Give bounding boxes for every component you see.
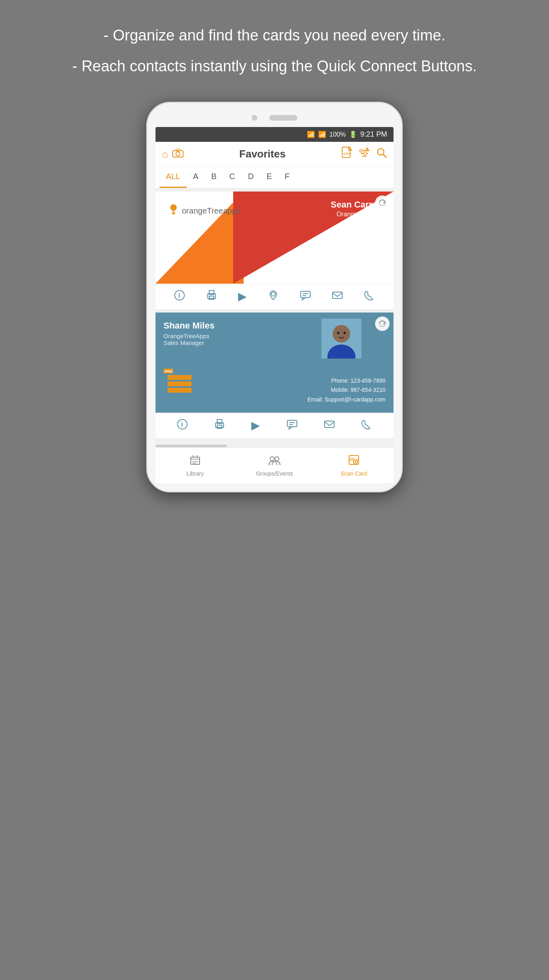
email-icon-1[interactable] (332, 290, 343, 304)
card1-info: Sean Carrera OrangeTreeApps VP of Sales … (307, 200, 386, 256)
svg-point-1 (176, 152, 180, 156)
card2-mobile: Mobile: 987-654-3210 (307, 385, 386, 395)
svg-rect-26 (333, 292, 342, 298)
svg-point-22 (271, 292, 275, 296)
card2-refresh-button[interactable] (375, 317, 390, 331)
wifi-icon: 📶 (307, 131, 315, 138)
svg-point-57 (355, 461, 356, 463)
phone-icon-1[interactable] (364, 290, 375, 304)
phone-icon-2[interactable] (361, 419, 372, 433)
card1-role: VP of Sales (307, 219, 386, 226)
card1-refresh-button[interactable] (375, 196, 390, 210)
svg-text:i: i (181, 421, 183, 428)
info-icon-1[interactable]: i (174, 290, 185, 304)
print-icon-1[interactable] (206, 290, 217, 304)
csv-icon[interactable]: CSV (341, 147, 353, 161)
app-header: ⌂ Favorites CSV (155, 142, 394, 166)
card-item-sean[interactable]: orangeTreeapps Sean Carrera OrangeTreeAp… (155, 192, 394, 309)
front-camera (252, 115, 257, 121)
promo-line1: - Organize and find the cards you need e… (32, 24, 517, 47)
phone-frame: 📶 📶 100% 🔋 9:21 PM ⌂ Favorites (146, 102, 403, 492)
play-icon-2[interactable]: ▶ (251, 419, 260, 433)
svg-rect-35 (168, 381, 192, 386)
tree-icon (168, 204, 180, 218)
alphabet-tabs: ALL A B C D E F (155, 166, 394, 188)
promo-line2: - Reach contacts instantly using the Qui… (32, 55, 517, 78)
card2-photo (321, 319, 361, 359)
svg-point-14 (170, 204, 177, 211)
scan-card-icon (347, 454, 360, 469)
card1-action-bar: i ▶ (155, 284, 394, 309)
location-icon-1[interactable] (268, 290, 279, 304)
email-icon-2[interactable] (324, 419, 335, 433)
logo-text: orangeTreeapps (168, 204, 240, 218)
svg-rect-2 (176, 149, 180, 151)
tab-b[interactable]: B (205, 166, 223, 188)
svg-rect-23 (301, 291, 310, 298)
svg-text:CSV: CSV (343, 152, 350, 155)
card2-name: Shane Miles (163, 321, 214, 331)
tab-e[interactable]: E (260, 166, 278, 188)
nav-groups[interactable]: Groups/Events (235, 452, 314, 479)
svg-point-30 (337, 332, 339, 334)
svg-text:i: i (178, 292, 180, 299)
filter-icon[interactable]: 1 (358, 147, 370, 160)
card2-action-bar: i ▶ (155, 413, 394, 438)
logo-company-name: orangeTreeapps (182, 206, 240, 216)
info-icon-2[interactable]: i (177, 419, 188, 433)
groups-icon (268, 454, 281, 469)
scroll-thumb (155, 445, 227, 447)
bottom-nav: Library Groups/Events (155, 447, 394, 483)
header-title: Favorites (188, 148, 337, 160)
nav-groups-label: Groups/Events (256, 470, 293, 477)
svg-point-10 (360, 149, 363, 152)
nav-scan-label: Scan Card (341, 470, 367, 477)
search-icon[interactable] (376, 147, 387, 161)
svg-point-11 (364, 152, 367, 155)
card1-company: OrangeTreeApps (307, 211, 386, 218)
svg-rect-42 (287, 420, 297, 427)
svg-rect-45 (325, 421, 334, 427)
camera-icon[interactable] (172, 148, 184, 160)
card1-email: Email: Support@l-cardapp.com (307, 238, 386, 247)
play-icon-1[interactable]: ▶ (238, 290, 247, 304)
card2-role: Sales Manager (163, 339, 214, 346)
card1-phone: Phone: 987-654-3210 (307, 229, 386, 238)
biz-card-sean: orangeTreeapps Sean Carrera OrangeTreeAp… (155, 192, 394, 284)
svg-rect-34 (168, 375, 192, 380)
card1-website: Website: www.lcardapp.com (307, 247, 386, 256)
card2-person-info: Shane Miles OrangeTreeApps Sales Manager (163, 321, 214, 346)
battery-percent: 100% (329, 131, 346, 138)
scroll-indicator (155, 445, 394, 447)
card2-phone: Phone: 123-456-7890 (307, 376, 386, 386)
card-list: orangeTreeapps Sean Carrera OrangeTreeAp… (155, 188, 394, 445)
card1-details: Phone: 987-654-3210 Email: Support@l-car… (307, 229, 386, 256)
card1-name: Sean Carrera (307, 200, 386, 210)
promo-text-area: - Organize and find the cards you need e… (0, 0, 549, 102)
tab-c[interactable]: C (223, 166, 241, 188)
phone-speaker (269, 115, 297, 121)
nav-library[interactable]: Library (155, 452, 235, 479)
clock: 9:21 PM (360, 130, 387, 139)
nav-scan-card[interactable]: Scan Card (314, 452, 394, 479)
home-icon[interactable]: ⌂ (162, 148, 168, 160)
svg-text:PRO: PRO (165, 369, 173, 373)
nav-library-label: Library (187, 470, 204, 477)
card-item-shane[interactable]: Shane Miles OrangeTreeApps Sales Manager (155, 313, 394, 438)
signal-icon: 📶 (318, 131, 326, 138)
play-btn-2[interactable]: ▶ (251, 419, 260, 432)
card2-details: Phone: 123-456-7890 Mobile: 987-654-3210… (307, 376, 386, 405)
chat-icon-1[interactable] (300, 290, 311, 304)
library-icon (189, 454, 201, 469)
play-btn-1[interactable]: ▶ (238, 290, 247, 303)
tab-d[interactable]: D (242, 166, 260, 188)
svg-rect-36 (168, 388, 192, 393)
svg-line-13 (383, 154, 386, 157)
svg-point-31 (343, 332, 346, 334)
print-icon-2[interactable] (214, 419, 225, 433)
chat-icon-2[interactable] (287, 419, 298, 433)
svg-point-52 (270, 457, 274, 461)
tab-a[interactable]: A (187, 166, 205, 188)
tab-all[interactable]: ALL (159, 166, 187, 188)
tab-f[interactable]: F (279, 166, 296, 188)
